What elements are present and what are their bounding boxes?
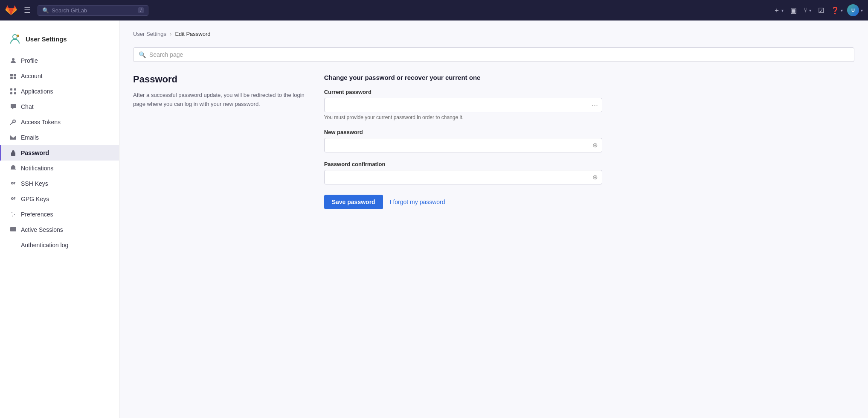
merge-requests-button[interactable]: ⑂ ▾	[801, 5, 814, 16]
sidebar-label-notifications: Notifications	[21, 165, 53, 172]
sidebar-item-ssh-keys[interactable]: SSH Keys	[0, 176, 119, 191]
ssh-key-icon	[10, 180, 17, 187]
svg-rect-9	[10, 92, 12, 94]
sidebar-item-gpg-keys[interactable]: GPG Keys	[0, 191, 119, 207]
section-description: Password After a successful password upd…	[133, 74, 307, 209]
sidebar-item-preferences[interactable]: Preferences	[0, 207, 119, 222]
main-content: User Settings › Edit Password 🔍 Password…	[119, 20, 868, 418]
svg-rect-12	[12, 212, 12, 213]
sidebar-item-account[interactable]: Account	[0, 68, 119, 84]
global-search-bar[interactable]: 🔍 Search GitLab /	[38, 5, 148, 16]
applications-icon	[10, 88, 17, 95]
gitlab-logo[interactable]	[5, 4, 17, 16]
sidebar-item-access-tokens[interactable]: Access Tokens	[0, 114, 119, 130]
password-confirmation-toggle-icon[interactable]: ⊕	[592, 173, 598, 181]
svg-point-2	[12, 58, 15, 61]
access-token-icon	[10, 119, 17, 126]
form-heading: Change your password or recover your cur…	[324, 74, 602, 81]
breadcrumb: User Settings › Edit Password	[133, 31, 854, 37]
current-password-label: Current password	[324, 89, 602, 95]
lock-icon	[10, 149, 17, 156]
sidebar-item-chat[interactable]: Chat	[0, 99, 119, 114]
new-password-label: New password	[324, 129, 602, 135]
sidebar-label-profile: Profile	[21, 57, 38, 64]
emails-icon	[10, 134, 17, 141]
hamburger-menu-icon[interactable]: ☰	[21, 4, 33, 17]
bell-icon	[10, 165, 17, 172]
password-confirmation-input-wrap: ⊕	[324, 170, 602, 184]
help-caret-icon: ▾	[841, 8, 843, 13]
sidebar-item-password[interactable]: Password	[0, 145, 119, 161]
search-page-bar[interactable]: 🔍	[133, 47, 854, 62]
form-actions: Save password I forgot my password	[324, 195, 602, 209]
sidebar-header: User Settings	[0, 29, 119, 53]
new-password-input[interactable]	[324, 138, 602, 152]
svg-rect-6	[14, 77, 16, 79]
forgot-password-link[interactable]: I forgot my password	[390, 199, 445, 205]
page-description: After a successful password update, you …	[133, 91, 307, 109]
sidebar: User Settings Profile Account Applicatio…	[0, 20, 119, 418]
page-layout: User Settings Profile Account Applicatio…	[0, 20, 868, 418]
sidebar-label-emails: Emails	[21, 134, 39, 141]
sidebar-label-chat: Chat	[21, 103, 34, 110]
sidebar-label-gpg-keys: GPG Keys	[21, 196, 49, 202]
preferences-icon	[10, 211, 17, 218]
sidebar-label-preferences: Preferences	[21, 211, 53, 218]
sidebar-item-notifications[interactable]: Notifications	[0, 161, 119, 176]
current-password-toggle-icon[interactable]: ⋯	[592, 101, 598, 109]
password-confirmation-group: Password confirmation ⊕	[324, 161, 602, 184]
svg-rect-3	[10, 74, 13, 76]
new-password-input-wrap: ⊕	[324, 138, 602, 152]
svg-point-0	[13, 35, 17, 39]
search-slash-shortcut: /	[138, 7, 144, 13]
current-password-input[interactable]	[324, 98, 602, 112]
svg-rect-11	[11, 152, 15, 156]
mr-caret-icon: ▾	[809, 8, 811, 13]
svg-rect-4	[14, 74, 16, 76]
current-password-input-wrap: ⋯	[324, 98, 602, 112]
search-icon: 🔍	[42, 7, 49, 14]
create-new-button[interactable]: ＋ ▾	[771, 4, 786, 17]
create-caret-icon: ▾	[781, 8, 784, 13]
issues-button[interactable]: ▣	[788, 5, 799, 16]
sidebar-label-active-sessions: Active Sessions	[21, 226, 63, 233]
sidebar-item-active-sessions[interactable]: Active Sessions	[0, 222, 119, 237]
sidebar-item-emails[interactable]: Emails	[0, 130, 119, 145]
search-page-input[interactable]	[149, 51, 849, 58]
merge-request-icon: ⑂	[804, 6, 808, 14]
todo-icon: ☑	[818, 6, 824, 15]
password-confirmation-input[interactable]	[324, 170, 602, 184]
plus-icon: ＋	[773, 6, 780, 15]
password-form: Change your password or recover your cur…	[324, 74, 602, 209]
todo-button[interactable]: ☑	[816, 5, 827, 16]
sidebar-item-profile[interactable]: Profile	[0, 53, 119, 68]
page-title: Password	[133, 74, 307, 85]
breadcrumb-parent-link[interactable]: User Settings	[133, 31, 166, 37]
help-button[interactable]: ❓ ▾	[828, 5, 845, 16]
sidebar-item-authentication-log[interactable]: Authentication log	[0, 237, 119, 253]
gpg-key-icon	[10, 196, 17, 202]
new-password-toggle-icon[interactable]: ⊕	[592, 141, 598, 149]
issues-icon: ▣	[790, 6, 797, 15]
account-icon	[10, 73, 17, 79]
sidebar-nav-list: Profile Account Applications Chat Access…	[0, 53, 119, 253]
sidebar-label-authentication-log: Authentication log	[21, 242, 68, 248]
list-icon	[10, 242, 17, 248]
breadcrumb-separator: ›	[170, 31, 171, 37]
sidebar-item-applications[interactable]: Applications	[0, 84, 119, 99]
save-password-button[interactable]: Save password	[324, 195, 383, 209]
svg-rect-5	[10, 77, 13, 79]
new-password-group: New password ⊕	[324, 129, 602, 152]
search-placeholder-text: Search GitLab	[52, 7, 87, 14]
sidebar-label-ssh-keys: SSH Keys	[21, 180, 48, 187]
user-settings-icon	[9, 32, 21, 45]
svg-rect-10	[14, 92, 16, 94]
user-avatar-button[interactable]: U	[847, 4, 859, 16]
sidebar-label-access-tokens: Access Tokens	[21, 119, 61, 126]
content-grid: Password After a successful password upd…	[133, 74, 602, 209]
sidebar-label-applications: Applications	[21, 88, 53, 95]
svg-rect-8	[14, 88, 16, 91]
current-password-hint: You must provide your current password i…	[324, 114, 602, 120]
svg-rect-15	[10, 227, 16, 231]
svg-point-1	[17, 35, 19, 37]
